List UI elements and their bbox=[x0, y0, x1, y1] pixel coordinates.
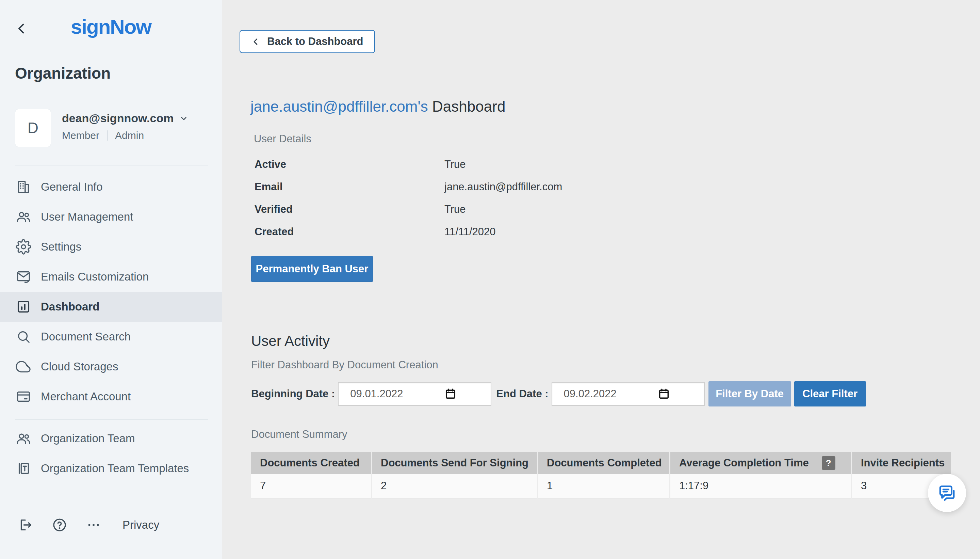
column-header-average-completion-time: Average Completion Time ? bbox=[670, 452, 851, 474]
role-divider bbox=[107, 131, 107, 141]
detail-row-active: Active True bbox=[254, 153, 562, 176]
role-member: Member bbox=[62, 130, 99, 141]
cell-documents-created: 7 bbox=[251, 474, 371, 498]
email-edit-icon bbox=[16, 269, 31, 284]
detail-value: jane.austin@pdffiller.com bbox=[444, 181, 562, 193]
chat-support-fab[interactable] bbox=[928, 474, 966, 512]
more-button[interactable] bbox=[86, 517, 102, 533]
logout-icon bbox=[18, 517, 34, 533]
column-header-documents-send-for-signing: Documents Send For Signing bbox=[372, 452, 537, 474]
page-title: jane.austin@pdffiller.com's Dashboard bbox=[251, 98, 505, 115]
permanently-ban-user-button[interactable]: Permanently Ban User bbox=[251, 256, 373, 282]
back-to-dashboard-label: Back to Dashboard bbox=[267, 35, 363, 48]
beginning-date-value: 09.01.2022 bbox=[350, 388, 403, 400]
app-root: { "app": { "logo_text": "signNow" }, "co… bbox=[0, 0, 980, 559]
cell-documents-completed: 1 bbox=[538, 474, 669, 498]
document-summary-table: Documents Created Documents Send For Sig… bbox=[251, 452, 951, 498]
chevron-down-icon bbox=[179, 114, 188, 123]
sidebar-item-emails-customization[interactable]: Emails Customization bbox=[0, 262, 222, 292]
user-email-link[interactable]: jane.austin@pdffiller.com's bbox=[251, 98, 428, 115]
end-date-label: End Date : bbox=[496, 388, 548, 400]
sidebar-item-label: Settings bbox=[41, 240, 81, 253]
sidebar-item-document-search[interactable]: Document Search bbox=[0, 322, 222, 352]
user-details-section-label: User Details bbox=[254, 133, 311, 145]
sidebar-item-label: Organization Team bbox=[41, 432, 135, 445]
detail-value: 11/11/2020 bbox=[444, 226, 496, 238]
sidebar: signNow Organization D dean@signnow.com … bbox=[0, 0, 222, 559]
logout-button[interactable] bbox=[18, 517, 34, 533]
account-switcher[interactable]: dean@signnow.com bbox=[62, 112, 188, 125]
role-admin: Admin bbox=[115, 130, 144, 141]
detail-label: Email bbox=[254, 181, 444, 193]
page-title-suffix: Dashboard bbox=[432, 98, 505, 115]
team-icon bbox=[16, 431, 31, 446]
user-details-list: Active True Email jane.austin@pdffiller.… bbox=[254, 153, 562, 243]
user-email: dean@signnow.com bbox=[62, 112, 173, 125]
sidebar-item-label: Dashboard bbox=[41, 300, 99, 313]
detail-value: True bbox=[444, 203, 466, 215]
detail-label: Created bbox=[254, 226, 444, 238]
sidebar-item-general-info[interactable]: General Info bbox=[0, 172, 222, 202]
sidebar-item-label: General Info bbox=[41, 180, 103, 194]
privacy-link[interactable]: Privacy bbox=[122, 518, 159, 531]
main-content: Back to Dashboard jane.austin@pdffiller.… bbox=[222, 0, 980, 559]
search-icon bbox=[16, 329, 31, 344]
building-icon bbox=[16, 179, 31, 195]
organization-heading: Organization bbox=[15, 64, 111, 83]
detail-row-verified: Verified True bbox=[254, 198, 562, 221]
sidebar-item-label: Document Search bbox=[41, 330, 131, 343]
sidebar-item-settings[interactable]: Settings bbox=[0, 232, 222, 262]
sidebar-item-cloud-storages[interactable]: Cloud Storages bbox=[0, 352, 222, 382]
avatar: D bbox=[15, 109, 51, 147]
column-header-invite-recipients: Invite Recipients bbox=[852, 452, 951, 474]
calendar-icon[interactable] bbox=[444, 388, 457, 400]
sidebar-item-label: Emails Customization bbox=[41, 270, 149, 283]
sidebar-item-user-management[interactable]: User Management bbox=[0, 202, 222, 232]
date-filter-row: Beginning Date : 09.01.2022 End Date : 0… bbox=[251, 381, 866, 407]
detail-value: True bbox=[444, 158, 466, 170]
detail-label: Active bbox=[254, 158, 444, 170]
column-header-label: Average Completion Time bbox=[679, 457, 809, 469]
sidebar-footer: Privacy bbox=[18, 517, 159, 533]
help-tooltip-badge[interactable]: ? bbox=[822, 456, 835, 470]
signnow-logo: signNow bbox=[0, 15, 222, 38]
beginning-date-input[interactable]: 09.01.2022 bbox=[338, 382, 492, 406]
cell-average-completion-time: 1:17:9 bbox=[670, 474, 851, 498]
calendar-icon[interactable] bbox=[658, 388, 670, 400]
gear-icon bbox=[16, 239, 31, 255]
detail-label: Verified bbox=[254, 203, 444, 215]
document-summary-section-label: Document Summary bbox=[251, 428, 347, 440]
sidebar-section-divider bbox=[15, 419, 208, 420]
column-header-documents-created: Documents Created bbox=[251, 452, 371, 474]
filter-section-label: Filter Dashboard By Document Creation bbox=[251, 359, 438, 371]
column-header-documents-completed: Documents Completed bbox=[538, 452, 669, 474]
template-icon bbox=[16, 461, 31, 476]
end-date-input[interactable]: 09.02.2022 bbox=[552, 382, 705, 406]
user-roles: Member Admin bbox=[62, 130, 188, 141]
sidebar-item-organization-team-templates[interactable]: Organization Team Templates bbox=[0, 453, 222, 483]
back-to-dashboard-button[interactable]: Back to Dashboard bbox=[239, 30, 375, 53]
help-icon bbox=[52, 517, 68, 533]
detail-row-email: Email jane.austin@pdffiller.com bbox=[254, 176, 562, 198]
sidebar-item-label: Cloud Storages bbox=[41, 360, 118, 373]
ellipsis-icon bbox=[86, 517, 102, 533]
sidebar-item-merchant-account[interactable]: Merchant Account bbox=[0, 382, 222, 412]
chevron-left-icon bbox=[251, 37, 260, 46]
current-user-card: D dean@signnow.com Member Admin bbox=[15, 109, 188, 147]
cell-documents-send-for-signing: 2 bbox=[372, 474, 537, 498]
chat-bubbles-icon bbox=[937, 483, 957, 503]
sidebar-nav: General Info User Management Settings Em… bbox=[0, 172, 222, 483]
credit-card-icon bbox=[16, 389, 31, 404]
sidebar-item-dashboard[interactable]: Dashboard bbox=[0, 292, 222, 322]
clear-filter-button[interactable]: Clear Filter bbox=[794, 381, 866, 407]
sidebar-item-label: Merchant Account bbox=[41, 390, 131, 403]
detail-row-created: Created 11/11/2020 bbox=[254, 221, 562, 243]
sidebar-item-organization-team[interactable]: Organization Team bbox=[0, 423, 222, 453]
filter-by-date-button[interactable]: Filter By Date bbox=[708, 381, 791, 407]
bar-chart-icon bbox=[16, 299, 31, 314]
sidebar-divider bbox=[15, 165, 208, 165]
help-button[interactable] bbox=[52, 517, 68, 533]
end-date-value: 09.02.2022 bbox=[564, 388, 617, 400]
sidebar-item-label: Organization Team Templates bbox=[41, 462, 189, 475]
sidebar-item-label: User Management bbox=[41, 210, 133, 223]
